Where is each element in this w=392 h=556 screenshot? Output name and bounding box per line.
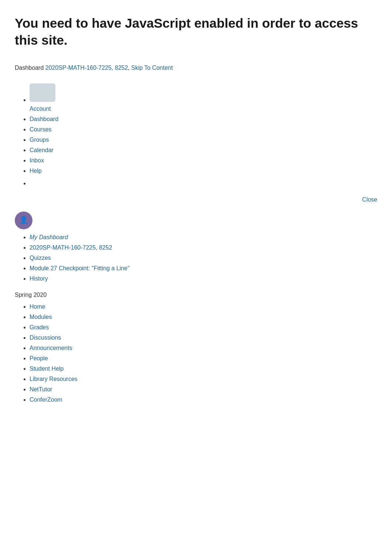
extra-bullet-item: [30, 179, 377, 188]
course-nav-discussions: Discussions: [30, 333, 377, 342]
breadcrumb-nav-quizzes-link[interactable]: Quizzes: [30, 255, 51, 261]
course-nav-nettutor-link[interactable]: NetTutor: [30, 386, 52, 392]
nav-courses-item: Courses: [30, 125, 377, 134]
breadcrumb-nav: My Dashboard 2020SP-MATH-160-7225, 8252 …: [15, 233, 377, 283]
breadcrumb-nav-course-link[interactable]: 2020SP-MATH-160-7225, 8252: [30, 244, 112, 251]
avatar-initial: 👤: [19, 215, 28, 226]
extra-nav-bullet: [15, 179, 377, 188]
breadcrumb-nav-history-link[interactable]: History: [30, 275, 48, 282]
course-nav-conferzoom-link[interactable]: ConferZoom: [30, 397, 62, 403]
user-avatar-section: 👤: [15, 212, 377, 229]
course-nav-announcements-link[interactable]: Announcements: [30, 345, 72, 351]
global-nav-section: Account Dashboard Courses Groups Calenda…: [15, 83, 377, 188]
course-nav-home-link[interactable]: Home: [30, 303, 45, 310]
course-nav-nettutor: NetTutor: [30, 385, 377, 394]
nav-calendar-link[interactable]: Calendar: [30, 147, 54, 153]
breadcrumb-course-link[interactable]: 2020SP-MATH-160-7225, 8252: [45, 65, 128, 71]
close-btn-area: Close: [15, 195, 377, 204]
course-nav-student-help-link[interactable]: Student Help: [30, 365, 64, 372]
course-nav-announcements: Announcements: [30, 344, 377, 353]
breadcrumb-nav-module27: Module 27 Checkpoint: "Fitting a Line": [30, 264, 377, 273]
nav-calendar-item: Calendar: [30, 146, 377, 155]
user-avatar-icon: 👤: [15, 212, 32, 229]
avatar-placeholder: [30, 83, 55, 102]
course-nav-library-resources: Library Resources: [30, 375, 377, 384]
course-section-label: Spring 2020: [15, 291, 377, 299]
close-button[interactable]: Close: [362, 196, 377, 203]
nav-dashboard-link[interactable]: Dashboard: [30, 116, 58, 122]
course-nav-discussions-link[interactable]: Discussions: [30, 334, 61, 341]
breadcrumb-text: Dashboard: [15, 65, 44, 71]
course-nav-student-help: Student Help: [30, 364, 377, 373]
panel-section: 👤 My Dashboard 2020SP-MATH-160-7225, 825…: [15, 212, 377, 404]
main-heading: You need to have JavaScript enabled in o…: [15, 15, 377, 49]
course-nav-list: Home Modules Grades Discussions Announce…: [15, 302, 377, 404]
page-wrapper: You need to have JavaScript enabled in o…: [0, 0, 392, 421]
nav-courses-link[interactable]: Courses: [30, 126, 52, 133]
breadcrumb-nav-history: History: [30, 274, 377, 283]
breadcrumb-nav-module27-link[interactable]: Module 27 Checkpoint: "Fitting a Line": [30, 265, 130, 271]
nav-inbox-link[interactable]: Inbox: [30, 157, 44, 164]
global-nav-list: Account Dashboard Courses Groups Calenda…: [15, 83, 377, 175]
course-nav-conferzoom: ConferZoom: [30, 395, 377, 404]
nav-groups-item: Groups: [30, 135, 377, 144]
course-nav-people: People: [30, 354, 377, 363]
course-nav-home: Home: [30, 302, 377, 311]
nav-dashboard-item: Dashboard: [30, 115, 377, 124]
course-nav-grades-link[interactable]: Grades: [30, 324, 49, 330]
course-nav-library-resources-link[interactable]: Library Resources: [30, 376, 78, 382]
nav-account-link[interactable]: Account: [30, 106, 51, 112]
course-nav-modules-link[interactable]: Modules: [30, 314, 52, 320]
breadcrumb-nav-mydashboard: My Dashboard: [30, 233, 377, 242]
breadcrumb-skip-link[interactable]: Skip To Content: [131, 65, 173, 71]
breadcrumb-nav-mydashboard-link[interactable]: My Dashboard: [30, 234, 68, 240]
nav-inbox-item: Inbox: [30, 156, 377, 165]
breadcrumb-nav-course: 2020SP-MATH-160-7225, 8252: [30, 243, 377, 252]
nav-help-item: Help: [30, 167, 377, 175]
nav-groups-link[interactable]: Groups: [30, 137, 49, 143]
nav-help-link[interactable]: Help: [30, 168, 42, 174]
course-nav-grades: Grades: [30, 323, 377, 332]
course-nav-people-link[interactable]: People: [30, 355, 48, 361]
breadcrumb-nav-list: My Dashboard 2020SP-MATH-160-7225, 8252 …: [15, 233, 377, 283]
breadcrumb-bar: Dashboard 2020SP-MATH-160-7225, 8252, Sk…: [15, 64, 377, 72]
breadcrumb-nav-quizzes: Quizzes: [30, 254, 377, 262]
nav-avatar-item: Account: [30, 83, 377, 113]
course-nav-modules: Modules: [30, 313, 377, 322]
